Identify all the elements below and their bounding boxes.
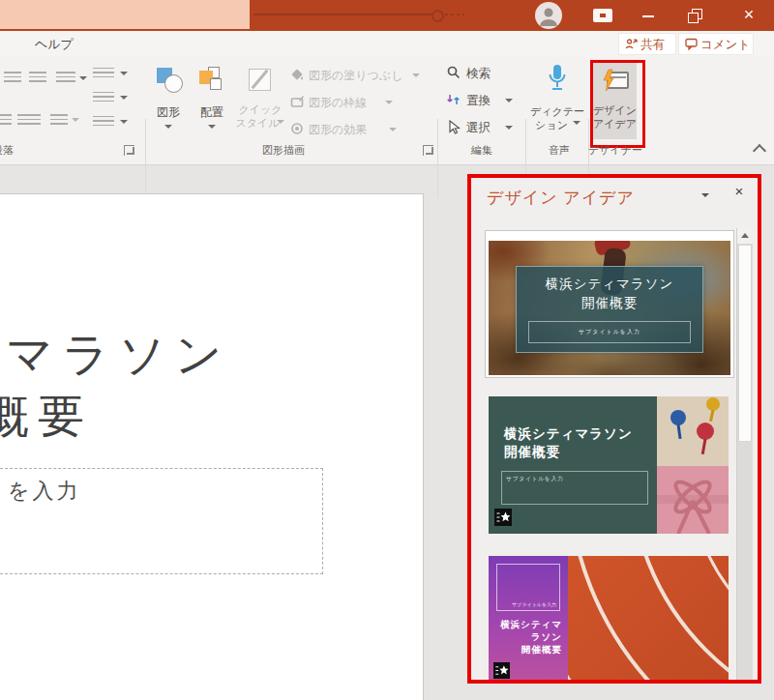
text-direction-icon[interactable] [93, 68, 114, 80]
dropdown-caret[interactable] [120, 96, 128, 100]
thumb2-left-panel: 横浜シティマラソン 開催概要 サブタイトルを入力 [489, 396, 657, 534]
thumb1-subtitle-text: サブタイトルを入力 [529, 328, 690, 336]
design-thumbnail-2[interactable]: 横浜シティマラソン 開催概要 サブタイトルを入力 [489, 396, 729, 534]
slide-subtitle-placeholder[interactable]: を入力 [0, 468, 323, 574]
group-separator [437, 119, 438, 198]
thumb2-subtitle-text: サブタイトルを入力 [506, 475, 563, 483]
convert-smartart-icon[interactable] [93, 116, 114, 129]
dictate-label-2: ション [524, 118, 579, 132]
drawing-dialog-launcher[interactable] [423, 145, 433, 156]
arrange-icon [199, 67, 224, 92]
shape-effects-icon [290, 122, 304, 135]
shape-fill-label: 図形の塗りつぶし [309, 68, 402, 84]
pane-close-icon[interactable]: × [729, 181, 750, 202]
shape-effects-item[interactable]: 図形の効果 [288, 120, 428, 139]
thumb2-pins-photo [657, 396, 729, 466]
replace-button[interactable]: 置換 [441, 91, 522, 110]
select-button[interactable]: 選択 [441, 118, 522, 137]
comment-icon [685, 38, 698, 50]
cursor-icon [448, 120, 461, 134]
dropdown-caret[interactable] [120, 120, 128, 124]
thumb1-title-overlay: 横浜シティマラソン 開催概要 サブタイトルを入力 [516, 266, 703, 353]
thumb3-title: 横浜シティマ ラソン 開催概要 [492, 618, 562, 656]
comments-label: コメント [700, 37, 750, 53]
indent-decrease-icon[interactable] [4, 72, 21, 84]
voice-group-label: 音声 [542, 143, 577, 158]
person-icon [535, 2, 562, 29]
thumb3-subtitle-text: サブタイトルを入力 [512, 601, 556, 607]
find-label: 検索 [466, 66, 491, 82]
thumb3-title-line3: 開催概要 [492, 643, 562, 656]
dropdown-caret [277, 120, 284, 124]
thumb2-gift-photo [657, 466, 729, 534]
comments-button[interactable]: コメント [678, 33, 754, 55]
star-icon [493, 662, 510, 679]
design-thumbnail-1[interactable]: 横浜シティマラソン 開催概要 サブタイトルを入力 [485, 230, 734, 378]
shapes-icon [157, 68, 184, 93]
thumb3-track-photo [568, 556, 729, 684]
shape-fill-icon [290, 68, 304, 81]
dropdown-caret [389, 128, 397, 131]
slide-title-line1[interactable]: マラソン [6, 324, 231, 386]
thumb3-title-line1: 横浜シティマ [492, 618, 562, 630]
dropdown-caret [505, 99, 513, 102]
scrollbar-up-button[interactable] [737, 228, 753, 244]
arrange-button[interactable]: 配置 [192, 62, 232, 143]
collapse-ribbon-button[interactable] [753, 144, 766, 158]
arrange-label: 配置 [192, 104, 232, 121]
shapes-label: 図形 [147, 104, 190, 121]
columns-icon[interactable] [50, 114, 68, 127]
dropdown-caret [385, 101, 393, 104]
tab-help[interactable]: ヘルプ [35, 36, 74, 53]
scrubber-handle[interactable] [432, 10, 444, 22]
titlebar-highlight-block [0, 0, 250, 29]
pane-scrollbar[interactable] [736, 228, 753, 680]
shape-outline-icon [290, 95, 304, 108]
shape-fill-item[interactable]: 図形の塗りつぶし [288, 66, 428, 85]
find-button[interactable]: 検索 [441, 64, 522, 83]
scrubber-line[interactable] [253, 14, 432, 15]
align-text-icon[interactable] [93, 92, 114, 104]
designer-group-label: デザイナー [588, 143, 642, 158]
dropdown-caret[interactable] [79, 76, 87, 80]
shape-effects-label: 図形の効果 [309, 122, 367, 138]
thumb3-title-line2: ラソン [492, 630, 562, 643]
line-spacing-icon[interactable] [56, 72, 75, 84]
quick-styles-button[interactable]: クイック スタイル [236, 62, 284, 143]
powerpoint-window: × ヘルプ 共有 コメント [0, 0, 774, 700]
dictate-button[interactable]: ディクテー ション [530, 60, 584, 143]
dropdown-caret[interactable] [72, 118, 79, 122]
share-button[interactable]: 共有 [618, 33, 676, 55]
quick-styles-label-2: スタイル [233, 116, 282, 131]
close-button[interactable]: × [735, 2, 762, 27]
group-separator [145, 119, 146, 198]
paragraph-group-label: 段落 [0, 143, 14, 158]
dropdown-caret [208, 125, 216, 129]
shapes-button[interactable]: 図形 [147, 62, 190, 143]
shape-outline-item[interactable]: 図形の枠線 [288, 93, 428, 112]
dropdown-caret[interactable] [120, 72, 128, 75]
ribbon-display-options-button[interactable] [593, 9, 612, 22]
search-icon [447, 66, 461, 79]
restore-button[interactable] [683, 6, 706, 25]
design-ideas-pane: デザイン アイデア × 横浜シティマラソン 開催概要 サブタイトルを入力 横浜シ… [467, 174, 761, 684]
indent-increase-icon[interactable] [29, 72, 46, 84]
account-avatar[interactable] [535, 2, 562, 29]
scroll-up-arrow-icon [741, 233, 749, 238]
design-thumbnail-3[interactable]: サブタイトルを入力 横浜シティマ ラソン 開催概要 [489, 556, 729, 684]
pane-menu-caret[interactable] [701, 193, 709, 197]
align-left-icon[interactable] [0, 114, 12, 127]
slide-subtitle-text: を入力 [8, 477, 81, 506]
thumb2-subtitle-box: サブタイトルを入力 [501, 471, 648, 505]
minimize-button[interactable] [637, 6, 660, 25]
thumb2-title-line1: 横浜シティマラソン [504, 425, 633, 443]
paragraph-dialog-launcher[interactable] [124, 145, 134, 156]
slide-canvas[interactable]: マラソン 概要 を入力 [0, 193, 424, 700]
track-lanes [568, 556, 729, 684]
share-label: 共有 [640, 37, 665, 53]
scrollbar-thumb[interactable] [738, 245, 752, 442]
thumb3-subtitle-box: サブタイトルを入力 [496, 564, 560, 611]
drawing-group-label: 図形描画 [242, 143, 325, 158]
justify-icon[interactable] [17, 114, 41, 127]
slide-title-line2[interactable]: 概要 [0, 386, 93, 448]
